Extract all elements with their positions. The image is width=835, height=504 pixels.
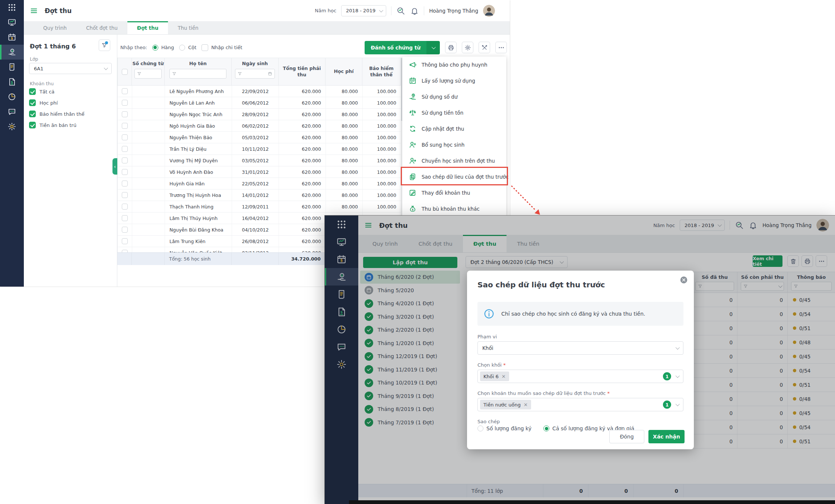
student-name: Võ Huỳnh Anh Đào <box>165 166 232 178</box>
name-filter-input[interactable] <box>169 69 226 79</box>
sidebar-item[interactable] <box>0 0 24 15</box>
row-checkbox[interactable] <box>122 192 128 198</box>
dob-cell: 28/09/2012 <box>232 109 279 120</box>
row-checkbox[interactable] <box>122 157 128 163</box>
fee-checkbox[interactable]: Tất cả <box>29 88 85 95</box>
tab[interactable]: Chốt đợt thu <box>76 21 127 34</box>
class-select[interactable]: 6A1 <box>29 63 112 74</box>
table-row[interactable]: Huỳnh Gia Hân 22/05/2012 620.000 80.000 … <box>118 178 401 189</box>
scope-select[interactable]: Khối <box>477 341 683 355</box>
table-row[interactable]: Ngô Huỳnh Gia Bảo 06/02/2012 620.000 80.… <box>118 120 401 132</box>
row-checkbox[interactable] <box>122 250 128 252</box>
fee-checkbox[interactable]: Tiền ăn bán trú <box>29 122 85 128</box>
settings-button[interactable] <box>462 42 473 53</box>
menu-item[interactable]: Lấy số lượng sử dụng <box>402 73 506 89</box>
row-checkbox[interactable] <box>122 181 128 186</box>
notification-bell-icon[interactable] <box>410 6 419 15</box>
remove-tag-icon[interactable]: ✕ <box>524 402 528 408</box>
mode-radio[interactable]: Hàng <box>152 45 174 51</box>
search-report-icon[interactable] <box>396 6 405 15</box>
number-vouchers-dropdown[interactable] <box>426 41 440 54</box>
sidebar-item[interactable] <box>0 15 24 30</box>
tab[interactable]: Thu tiền <box>168 21 208 34</box>
fee-checkbox[interactable]: Học phí <box>29 99 85 106</box>
fee-checkbox[interactable]: Bảo hiểm thân thể <box>29 111 85 117</box>
table-row[interactable]: Nguyễn Ngọc Trúc Anh 28/09/2012 620.000 … <box>118 109 401 120</box>
checkbox-icon <box>29 99 36 106</box>
row-checkbox[interactable] <box>122 146 128 152</box>
menu-item[interactable]: Cập nhật đợt thu <box>402 121 506 137</box>
sidebar-item[interactable] <box>0 119 24 134</box>
document-dollar-icon: $ <box>7 77 16 86</box>
sidebar-item[interactable]: $ <box>0 74 24 89</box>
row-checkbox[interactable] <box>122 238 128 244</box>
table-row[interactable]: Võ Huỳnh Anh Đào 31/01/2012 620.000 80.0… <box>118 166 401 178</box>
menu-item[interactable]: $ Thu bù khoản thu khác <box>402 201 506 217</box>
mode-radio[interactable]: Cột <box>179 45 196 51</box>
chevron-down-icon <box>676 402 680 406</box>
menu-item[interactable]: Chuyển học sinh trên đợt thu <box>402 153 506 169</box>
year-label: Năm học <box>315 8 336 13</box>
row-checkbox[interactable] <box>122 134 128 140</box>
close-button[interactable]: Đóng <box>609 430 644 443</box>
school-year-select[interactable]: 2018 - 2019 <box>341 5 386 16</box>
dob-cell: 16/04/2012 <box>232 213 279 224</box>
scope-label: Phạm vi <box>477 334 497 339</box>
table-row[interactable]: Lê Nguyễn Phương Anh 22/09/2012 620.000 … <box>118 86 401 97</box>
row-checkbox[interactable] <box>122 123 128 129</box>
close-icon[interactable] <box>680 276 688 284</box>
number-vouchers-button[interactable]: Đánh số chứng từ <box>365 41 426 54</box>
sidebar-item[interactable]: $ <box>0 30 24 45</box>
menu-item[interactable]: Thông báo cho phụ huynh <box>402 57 506 73</box>
chat-icon <box>7 107 16 116</box>
table-row[interactable]: Trần Thị Lý Diệu 10/11/2012 620.000 80.0… <box>118 143 401 155</box>
voucher-filter-input[interactable] <box>134 69 162 79</box>
row-checkbox[interactable] <box>122 100 128 106</box>
table-row[interactable]: Vương Thị Mỹ Duyên 03/05/2012 620.000 80… <box>118 155 401 166</box>
row-checkbox[interactable] <box>122 204 128 210</box>
menu-item[interactable]: $ Sử dụng số dư <box>402 89 506 105</box>
avatar[interactable] <box>483 5 495 17</box>
row-checkbox[interactable] <box>122 88 128 94</box>
voucher-cell <box>132 97 165 108</box>
sidebar-item[interactable]: $ <box>0 45 24 60</box>
checkbox-icon <box>29 88 36 95</box>
row-checkbox[interactable] <box>122 169 128 175</box>
menu-item[interactable]: Thay đổi khoản thu <box>402 185 506 201</box>
tools-button[interactable] <box>479 42 490 53</box>
row-checkbox[interactable] <box>122 215 128 221</box>
tab[interactable]: Quy trình <box>34 21 76 34</box>
print-button[interactable] <box>445 42 457 53</box>
grade-multiselect[interactable]: Khối 6✕ 1 <box>477 370 683 383</box>
panel-collapse-handle[interactable]: ‹ <box>112 158 117 175</box>
table-row[interactable]: Trương Thị Huỳnh Hoa 14/01/2012 620.000 … <box>118 189 401 201</box>
pie-chart-icon <box>7 92 16 101</box>
select-all-checkbox[interactable] <box>122 69 128 75</box>
copy-mode-radio[interactable]: Số lượng đăng ký <box>477 425 531 431</box>
sidebar-item[interactable] <box>0 89 24 104</box>
menu-item[interactable]: Sử dụng tiền tồn <box>402 105 506 121</box>
dob-cell: 06/02/2012 <box>232 120 279 131</box>
tab[interactable]: Đợt thu <box>127 21 168 34</box>
filter-icon <box>137 71 142 76</box>
fee-checkbox-list: Tất cả Học phí Bảo hiểm thân thể Tiền ăn… <box>29 88 85 128</box>
table-row[interactable]: Thạch Thanh Hùng 12/09/2011 620.000 80.0… <box>118 201 401 213</box>
dob-filter-input[interactable] <box>235 69 274 79</box>
sidebar-item[interactable] <box>0 104 24 119</box>
confirm-button[interactable]: Xác nhận <box>648 430 685 443</box>
menu-item[interactable]: Bổ sung học sinh <box>402 137 506 153</box>
detail-checkbox[interactable]: Nhập chi tiết <box>201 44 242 51</box>
more-actions-button[interactable] <box>495 42 507 53</box>
table-row[interactable]: Nguyễn Lê Lan Anh 06/06/2012 620.000 80.… <box>118 97 401 109</box>
voucher-cell <box>132 86 165 97</box>
table-row[interactable]: Nguyễn Thiện Bảo 05/03/2012 620.000 80.0… <box>118 132 401 143</box>
required-asterisk: * <box>607 390 610 396</box>
filter-button[interactable] <box>99 39 110 51</box>
remove-tag-icon[interactable]: ✕ <box>502 374 506 379</box>
row-checkbox[interactable] <box>122 111 128 117</box>
sidebar-item[interactable] <box>0 60 24 74</box>
period-title: Đợt 1 tháng 6 <box>30 43 76 50</box>
fee-multiselect[interactable]: Tiền nước uống✕ 1 <box>477 398 683 411</box>
row-checkbox[interactable] <box>122 227 128 233</box>
hamburger-menu-icon[interactable] <box>30 7 38 15</box>
